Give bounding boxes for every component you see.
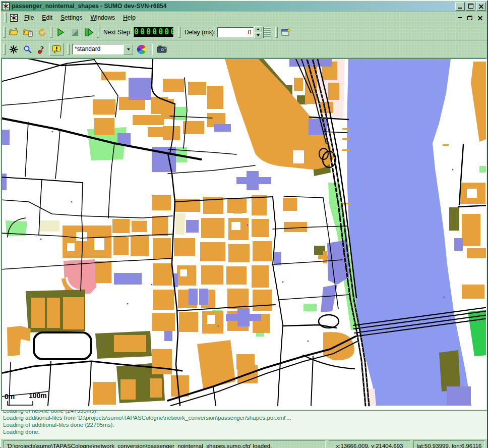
maximize-button[interactable]: [466, 2, 475, 11]
time-step-display: 0000000: [134, 27, 174, 38]
mdi-minimize-button[interactable]: [455, 13, 465, 22]
stop-button[interactable]: [68, 26, 81, 38]
map-view[interactable]: 0m 100m: [1, 58, 487, 410]
close-icon: [478, 16, 482, 20]
delay-input[interactable]: [217, 27, 254, 37]
camera-icon: [157, 45, 167, 53]
close-icon: [479, 4, 483, 9]
menu-settings[interactable]: Settings: [56, 13, 86, 23]
scale-start-label: 0m: [5, 393, 15, 401]
coloring-scheme-value: *standard: [72, 44, 124, 54]
reload-icon: [37, 28, 47, 37]
question-locate-icon: ?: [37, 45, 46, 54]
chevron-down-icon: [127, 48, 130, 50]
coloring-scheme-combo[interactable]: *standard: [72, 44, 133, 54]
simulation-toolbar: Next Step: 0000000 Delay (ms):: [1, 24, 487, 41]
log-line: Loading done.: [3, 428, 485, 435]
recenter-view-button[interactable]: [7, 43, 20, 55]
magnifier-icon: [23, 45, 32, 54]
app-icon: [2, 3, 10, 10]
next-step-label: Next Step:: [103, 29, 132, 36]
window-title: passenger_nointernal_shapes - SUMO dev-S…: [12, 3, 454, 10]
toolbar-grip[interactable]: [3, 27, 6, 38]
toolbar-grip[interactable]: [178, 27, 180, 38]
open-config-button[interactable]: [7, 26, 20, 38]
toolbar-grip[interactable]: [67, 44, 70, 55]
mdi-child-icon[interactable]: [10, 14, 18, 22]
recenter-compass-icon: [9, 45, 18, 54]
title-bar[interactable]: passenger_nointernal_shapes - SUMO dev-S…: [1, 1, 487, 12]
log-line: Loading of additional-files done (22795m…: [3, 421, 485, 428]
step-button[interactable]: [82, 26, 95, 38]
new-window-icon: [281, 28, 291, 37]
message-log[interactable]: Loading of net-file done (247553ms). Loa…: [1, 410, 487, 439]
down-arrow-icon: [257, 34, 260, 36]
cursor-coordinates: x:13666.009, y:21404.693: [329, 440, 410, 448]
close-button[interactable]: [476, 2, 486, 11]
delay-dial[interactable]: [263, 27, 271, 38]
open-shapes-button[interactable]: [21, 26, 34, 38]
cursor-geo-coordinates: lat:50.93999, lon:6.96116: [413, 440, 485, 448]
mdi-restore-button[interactable]: [465, 13, 475, 22]
menu-help[interactable]: Help: [119, 13, 140, 23]
view-toolbar: ? *standard: [1, 41, 487, 58]
mdi-window-buttons: [455, 13, 485, 22]
spin-up-button[interactable]: [254, 26, 262, 32]
menu-file[interactable]: File: [20, 13, 38, 23]
spin-down-button[interactable]: [254, 32, 262, 38]
delay-label: Delay (ms):: [185, 29, 215, 36]
minimize-icon: [458, 17, 462, 18]
color-wheel-icon: [137, 44, 147, 54]
log-line: Loading additional-files from 'D:\projec…: [3, 414, 485, 421]
toolbar-separator: [151, 44, 153, 55]
single-step-icon: [84, 28, 94, 37]
tooltip-toggle-button[interactable]: [49, 43, 64, 56]
status-bar: 'D:\projects\sumo\TAPASCologne\network_c…: [1, 439, 487, 448]
menu-edit[interactable]: Edit: [38, 13, 56, 23]
toolbar-grip[interactable]: [50, 27, 52, 38]
delay-spinner: [254, 26, 262, 38]
run-button[interactable]: [54, 26, 67, 38]
edit-coloring-button[interactable]: [135, 43, 148, 55]
maximize-icon: [468, 4, 473, 9]
toolbar-grip[interactable]: [97, 27, 99, 38]
scale-end-label: 100m: [29, 391, 47, 400]
play-icon: [56, 28, 65, 37]
up-arrow-icon: [257, 28, 260, 30]
toolbar-grip[interactable]: [3, 44, 6, 55]
locate-junction-button[interactable]: ?: [35, 43, 48, 55]
tooltip-bubble-icon: [52, 45, 62, 54]
open-folder-document-icon: [23, 28, 33, 37]
toolbar-grip[interactable]: [4, 12, 7, 23]
new-view-button[interactable]: [279, 26, 292, 38]
sumo-window: passenger_nointernal_shapes - SUMO dev-S…: [0, 0, 488, 448]
toolbar-grip[interactable]: [275, 27, 278, 38]
snapshot-button[interactable]: [155, 43, 168, 55]
open-folder-icon: [9, 28, 19, 37]
map-canvas[interactable]: 0m 100m: [2, 59, 487, 407]
locate-zoom-button[interactable]: [21, 43, 34, 55]
minimize-icon: [458, 8, 462, 9]
log-line: Loading of net-file done (247553ms).: [3, 410, 485, 414]
reload-button[interactable]: [35, 26, 48, 38]
mdi-close-button[interactable]: [475, 13, 485, 22]
menu-bar: File Edit Settings Windows Help: [1, 12, 487, 24]
status-message: 'D:\projects\sumo\TAPASCologne\network_c…: [3, 440, 326, 448]
combo-dropdown-button[interactable]: [124, 44, 133, 54]
stop-icon: [71, 28, 79, 37]
restore-icon: [467, 16, 472, 20]
minimize-button[interactable]: [455, 2, 465, 11]
menu-windows[interactable]: Windows: [86, 13, 119, 23]
